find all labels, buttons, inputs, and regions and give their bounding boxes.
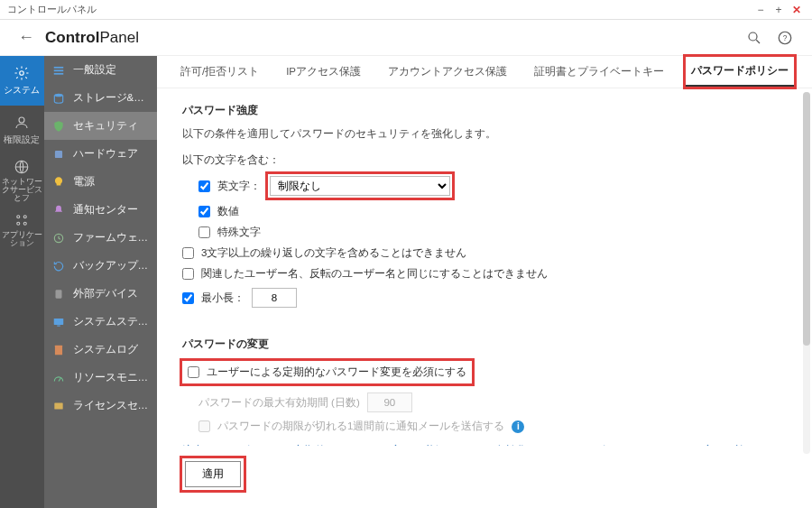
letters-select[interactable]: 制限なし [270, 176, 450, 196]
sidebar-item-hardware[interactable]: ハードウェア [44, 140, 157, 168]
minlen-input[interactable] [252, 288, 297, 308]
letters-label: 英文字： [217, 180, 261, 193]
app-title: ControlPanel [45, 29, 139, 47]
nav-rail: システム 権限設定 ネットワークサービスとフ アプリケーション [0, 56, 44, 508]
rail-item-system[interactable]: システム [0, 56, 44, 106]
sidebar-label: 外部デバイス [73, 287, 138, 300]
shield-icon [51, 119, 66, 134]
sidebar: 一般設定 ストレージ&スナップシ... セキュリティ ハードウェア 電源 通知セ… [44, 56, 157, 508]
include-label: 以下の文字を含む： [182, 153, 787, 167]
sidebar-label: システムログ [73, 343, 138, 356]
svg-rect-18 [53, 318, 63, 324]
svg-point-4 [20, 71, 24, 76]
sidebar-item-security[interactable]: セキュリティ [44, 112, 157, 140]
tab-ip-protection[interactable]: IPアクセス保護 [281, 58, 366, 86]
sidebar-item-storage[interactable]: ストレージ&スナップシ... [44, 84, 157, 112]
sidebar-item-notification[interactable]: 通知センター [44, 196, 157, 224]
sidebar-item-status[interactable]: システムステータス [44, 308, 157, 336]
row-digits: 数値 [182, 205, 787, 218]
gauge-icon [51, 371, 66, 385]
tab-allow-deny[interactable]: 許可/拒否リスト [175, 58, 264, 86]
row-maxage: パスワードの最大有効期間 (日数) [182, 393, 787, 412]
rail-item-applications[interactable]: アプリケーション [0, 205, 44, 254]
rail-label: アプリケーション [0, 231, 44, 247]
update-icon [51, 231, 66, 245]
sidebar-item-power[interactable]: 電源 [44, 168, 157, 196]
scrollbar[interactable] [803, 92, 810, 454]
main-panel: 許可/拒否リスト IPアクセス保護 アカウントアクセス保護 証明書とプライベート… [157, 56, 812, 508]
checkbox-notify [198, 420, 210, 432]
sidebar-item-general[interactable]: 一般設定 [44, 56, 157, 84]
checkbox-digits[interactable] [198, 206, 210, 217]
sidebar-item-log[interactable]: システムログ [44, 336, 157, 364]
scrollbar-thumb[interactable] [803, 92, 810, 346]
bell-icon [51, 203, 66, 217]
row-notify: パスワードの期限が切れる1週間前に通知メールを送信する i [182, 420, 787, 433]
tab-account-protection[interactable]: アカウントアクセス保護 [383, 58, 512, 86]
close-icon[interactable]: ✕ [789, 2, 805, 18]
row-special: 特殊文字 [182, 226, 787, 239]
repeat-label: 3文字以上の繰り返しの文字を含めることはできません [201, 246, 466, 260]
require-change-label: ユーザーによる定期的なパスワード変更を必須にする [207, 365, 466, 380]
sidebar-label: 通知センター [73, 203, 138, 217]
row-letters: 英文字： 制限なし [182, 174, 787, 198]
rail-item-network[interactable]: ネットワークサービスとフ [0, 155, 44, 205]
help-icon[interactable]: ? [776, 29, 794, 47]
rail-item-permissions[interactable]: 権限設定 [0, 106, 44, 155]
sidebar-item-resource[interactable]: リソースモニター [44, 364, 157, 392]
svg-point-9 [17, 222, 20, 225]
tab-password-policy[interactable]: パスワードポリシー [686, 57, 794, 87]
sidebar-label: ライセンスセンター [73, 399, 150, 412]
search-icon[interactable] [745, 29, 763, 47]
sidebar-item-firmware[interactable]: ファームウェア更新 [44, 224, 157, 252]
checkbox-letters[interactable] [198, 180, 210, 192]
footer: 適用 [157, 446, 812, 508]
checkbox-require-change[interactable] [188, 366, 199, 378]
svg-rect-17 [55, 290, 61, 298]
tab-certificate[interactable]: 証明書とプライベートキー [529, 58, 669, 86]
info-icon[interactable]: i [512, 420, 524, 433]
header: ← ControlPanel ? [0, 20, 812, 56]
rail-label: 権限設定 [4, 134, 40, 146]
rail-label: システム [4, 84, 40, 97]
storage-icon [51, 91, 66, 106]
sidebar-label: ストレージ&スナップシ... [73, 91, 150, 105]
row-repeat: 3文字以上の繰り返しの文字を含めることはできません [182, 246, 787, 260]
checkbox-special[interactable] [198, 226, 210, 238]
monitor-icon [51, 315, 66, 329]
policy-note: 注意：[ユーザーによる定期的なパスワード変更を必須にする] を有効化すると、[ユ… [182, 444, 787, 446]
minlen-label: 最小長： [201, 291, 245, 305]
svg-point-0 [749, 32, 757, 41]
svg-rect-22 [54, 402, 62, 409]
row-related: 関連したユーザー名、反転のユーザー名と同じにすることはできません [182, 267, 787, 281]
svg-point-8 [24, 216, 27, 218]
window-titlebar: コントロールパネル − + ✕ [0, 0, 812, 20]
checkbox-related[interactable] [182, 268, 194, 280]
sidebar-item-backup[interactable]: バックアップ/復元 [44, 252, 157, 280]
svg-rect-19 [57, 325, 60, 326]
svg-rect-11 [53, 66, 63, 68]
sidebar-label: ファームウェア更新 [73, 231, 150, 245]
hardware-icon [51, 147, 66, 162]
minimize-icon[interactable]: − [752, 2, 769, 18]
svg-rect-13 [53, 72, 63, 74]
backup-icon [51, 259, 66, 273]
related-label: 関連したユーザー名、反転のユーザー名と同じにすることはできません [201, 267, 548, 281]
svg-line-1 [756, 40, 760, 43]
back-button[interactable]: ← [18, 28, 34, 47]
sidebar-label: 一般設定 [73, 63, 116, 77]
sidebar-label: リソースモニター [73, 371, 150, 384]
sidebar-label: バックアップ/復元 [73, 259, 150, 272]
maximize-icon[interactable]: + [770, 2, 787, 18]
svg-rect-20 [54, 345, 61, 355]
sidebar-item-external[interactable]: 外部デバイス [44, 280, 157, 308]
sidebar-item-license[interactable]: ライセンスセンター [44, 392, 157, 420]
apply-button[interactable]: 適用 [185, 461, 241, 487]
svg-line-21 [59, 378, 60, 382]
notify-label: パスワードの期限が切れる1週間前に通知メールを送信する [217, 420, 504, 433]
maxage-label: パスワードの最大有効期間 (日数) [198, 396, 360, 410]
checkbox-minlen[interactable] [182, 292, 194, 304]
checkbox-repeat[interactable] [182, 247, 194, 259]
section-password-change: パスワードの変更 [182, 337, 787, 352]
maxage-input [367, 393, 412, 412]
